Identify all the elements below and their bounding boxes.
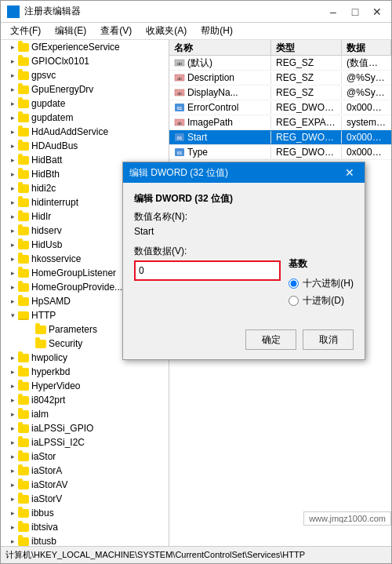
tree-expander-icon[interactable]: ▸ xyxy=(7,70,18,81)
folder-icon xyxy=(35,325,46,334)
tree-item[interactable]: ▸i8042prt xyxy=(1,393,169,407)
tree-expander-icon[interactable]: ▸ xyxy=(7,155,18,166)
radio-hex[interactable]: 十六进制(H) xyxy=(289,277,354,290)
tree-item[interactable]: ▸ialm xyxy=(1,407,169,421)
tree-label: ibtsiva xyxy=(31,522,58,533)
statusbar: 计算机\HKEY_LOCAL_MACHINE\SYSTEM\CurrentCon… xyxy=(1,546,391,563)
tree-item[interactable]: ▸GPIOClx0101 xyxy=(1,54,169,68)
menubar: 文件(F) 编辑(E) 查看(V) 收藏夹(A) 帮助(H) xyxy=(1,23,391,40)
table-row[interactable]: 01ErrorControlREG_DWORD0x00000001 (1) xyxy=(169,100,391,115)
menu-file[interactable]: 文件(F) xyxy=(4,23,47,39)
tree-item[interactable]: ▸iaStorAV xyxy=(1,478,169,492)
tree-expander-icon[interactable]: ▸ xyxy=(7,522,18,533)
tree-expander-icon[interactable]: ▸ xyxy=(7,183,18,194)
tree-item[interactable]: ▸hyperkbd xyxy=(1,365,169,379)
tree-expander-icon[interactable]: ▾ xyxy=(7,310,18,321)
tree-item[interactable]: ▸iaStorA xyxy=(1,464,169,478)
tree-expander-icon[interactable]: ▸ xyxy=(7,493,18,504)
reg-cell-name: ab(默认) xyxy=(169,56,271,71)
tree-item[interactable]: ▸gupdate xyxy=(1,96,169,111)
tree-expander-icon[interactable]: ▸ xyxy=(7,451,18,462)
tree-label: gupdatem xyxy=(31,112,73,123)
tree-item[interactable]: ▸HyperVideo xyxy=(1,379,169,393)
menu-favorites[interactable]: 收藏夹(A) xyxy=(140,23,193,39)
tree-expander-icon[interactable]: ▸ xyxy=(7,380,18,391)
maximize-button[interactable]: □ xyxy=(344,2,366,21)
tree-item[interactable]: ▸ibbus xyxy=(1,506,169,520)
tree-item[interactable]: ▸GpuEnergyDrv xyxy=(1,82,169,96)
tree-expander-icon[interactable]: ▸ xyxy=(7,352,18,363)
tree-expander-icon[interactable]: ▸ xyxy=(7,42,18,53)
tree-expander-icon[interactable]: ▸ xyxy=(7,211,18,222)
table-row[interactable]: 01TypeREG_DWORD0x00000001 (1) xyxy=(169,145,391,160)
tree-item[interactable]: ▸ibtsiva xyxy=(1,520,169,534)
tree-expander-icon[interactable]: ▸ xyxy=(7,479,18,490)
tree-item[interactable]: ▸iaLPSSi_GPIO xyxy=(1,421,169,435)
value-data-input[interactable] xyxy=(134,260,281,281)
tree-item[interactable]: ▸iaStor xyxy=(1,449,169,464)
folder-icon xyxy=(18,395,29,405)
tree-expander-icon[interactable]: ▸ xyxy=(7,267,18,278)
menu-help[interactable]: 帮助(H) xyxy=(194,23,239,39)
svg-text:ab: ab xyxy=(177,91,182,96)
folder-icon xyxy=(18,184,29,193)
tree-item[interactable]: ▸HdAudAddService xyxy=(1,125,169,139)
tree-item[interactable]: ▸iaStorV xyxy=(1,492,169,506)
dialog-cancel-button[interactable]: 取消 xyxy=(303,329,354,350)
reg-name-text: Description xyxy=(187,72,234,83)
tree-expander-icon[interactable]: ▸ xyxy=(7,423,18,434)
tree-item[interactable]: ▸iaLPSSi_I2C xyxy=(1,435,169,449)
tree-expander-icon[interactable]: ▸ xyxy=(7,112,18,123)
tree-expander-icon[interactable]: ▸ xyxy=(7,84,18,95)
tree-label: HomeGroupListener xyxy=(31,267,116,278)
tree-item[interactable]: ▸gpsvc xyxy=(1,68,169,82)
dialog-buttons: 确定 取消 xyxy=(123,323,365,359)
tree-expander-icon[interactable]: ▸ xyxy=(7,296,18,307)
tree-expander-icon[interactable]: ▸ xyxy=(7,536,18,546)
tree-expander-icon[interactable]: ▸ xyxy=(7,395,18,406)
folder-icon xyxy=(18,424,29,433)
menu-edit[interactable]: 编辑(E) xyxy=(49,23,93,39)
tree-label: gupdate xyxy=(31,98,65,109)
tree-expander-icon[interactable]: ▸ xyxy=(7,98,18,109)
svg-text:ab: ab xyxy=(177,61,183,66)
tree-expander-icon[interactable]: ▸ xyxy=(7,126,18,137)
tree-expander-icon[interactable]: ▸ xyxy=(7,169,18,180)
tree-expander-icon[interactable]: ▸ xyxy=(7,239,18,250)
dialog-body: 编辑 DWORD (32 位值) 数值名称(N): Start 数值数据(V):… xyxy=(123,183,365,323)
table-row[interactable]: abImagePathREG_EXPAN...system32\drivers\… xyxy=(169,115,391,130)
close-button[interactable]: ✕ xyxy=(366,2,388,21)
tree-expander-icon[interactable]: ▸ xyxy=(7,140,18,151)
tree-expander-icon[interactable]: ▸ xyxy=(7,366,18,377)
folder-icon xyxy=(18,480,29,489)
tree-item[interactable]: ▸GfExperienceService xyxy=(1,40,169,54)
tree-expander-icon[interactable]: ▸ xyxy=(7,253,18,264)
radio-dec[interactable]: 十进制(D) xyxy=(289,294,354,307)
tree-expander-icon[interactable]: ▸ xyxy=(7,508,18,519)
tree-expander-icon[interactable]: ▸ xyxy=(7,465,18,476)
tree-expander-icon[interactable]: ▸ xyxy=(7,225,18,236)
minimize-button[interactable]: – xyxy=(322,2,344,21)
reg-cell-data: (数值未设置) xyxy=(342,56,391,71)
base-label: 基数 xyxy=(289,257,354,271)
tree-expander-icon[interactable]: ▸ xyxy=(7,197,18,208)
tree-item[interactable]: ▸ibtusb xyxy=(1,534,169,546)
tree-expander-icon[interactable]: ▸ xyxy=(7,409,18,420)
table-row[interactable]: abDescriptionREG_SZ@%SystemRoot%\s xyxy=(169,71,391,86)
tree-expander-icon[interactable]: ▸ xyxy=(7,437,18,448)
col-header-type: 类型 xyxy=(271,40,342,55)
tree-expander-icon[interactable]: ▸ xyxy=(7,56,18,67)
menu-view[interactable]: 查看(V) xyxy=(94,23,138,39)
folder-icon xyxy=(18,522,29,532)
tree-item[interactable]: ▸HDAudBus xyxy=(1,139,169,153)
table-row[interactable]: 01StartREG_DWORD0x00000000 (0) xyxy=(169,130,391,145)
folder-icon xyxy=(18,311,29,320)
tree-expander-icon[interactable]: ▸ xyxy=(7,282,18,293)
table-row[interactable]: abDisplayNa...REG_SZ@%SystemRoot%\s xyxy=(169,86,391,100)
dialog-close-button[interactable]: ✕ xyxy=(341,165,358,180)
reg-cell-name: 01Type xyxy=(169,146,271,158)
dialog-ok-button[interactable]: 确定 xyxy=(245,329,296,350)
tree-item[interactable]: ▸gupdatem xyxy=(1,111,169,125)
folder-icon xyxy=(18,113,29,122)
table-row[interactable]: ab(默认)REG_SZ(数值未设置) xyxy=(169,56,391,71)
